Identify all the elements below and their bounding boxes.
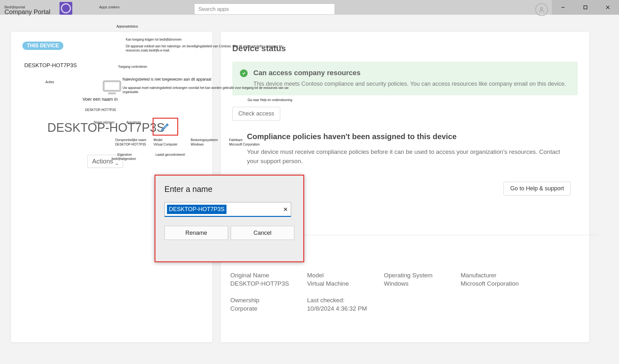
cancel-button[interactable]: Cancel	[231, 226, 294, 240]
info-model: Model Virtual Machine	[307, 272, 384, 287]
device-info-grid: Original Name DESKTOP-HOT7P3S Model Virt…	[230, 272, 537, 312]
nl-naleving-title: Nalevingsbeleid is niet toegewezen aan d…	[123, 77, 211, 82]
info-value: Virtual Machine	[307, 280, 384, 287]
info-label: Manufacturer	[461, 272, 537, 279]
nl-maker-val: Microsoft Corporation	[229, 142, 260, 146]
compliance-heading: Compliance policies haven't been assigne…	[247, 132, 578, 141]
app-name: Company Portal	[4, 8, 50, 16]
device-status-heading: Device status	[232, 44, 578, 53]
nl-eigendom-val: bedrijfseigendom	[112, 157, 136, 161]
nl-orig-name-val: DESKTOP-HOT7P3S	[115, 142, 146, 146]
dialog-input-wrap: DESKTOP-HOT7P3S ✕	[164, 202, 291, 217]
rename-button[interactable]: Rename	[164, 226, 228, 240]
info-label: Original Name	[230, 272, 307, 279]
actions-label: Actions	[92, 158, 113, 165]
info-label: Operating System	[384, 272, 461, 279]
apps-search-label: Apps zoeken	[99, 5, 120, 9]
info-value: DESKTOP-HOT7P3S	[230, 280, 307, 287]
device-name-small: DESKTOP-HOT7P3S	[24, 62, 77, 69]
can-access-body: This device meets Contoso compliance and…	[253, 80, 569, 88]
nl-maker-lbl: Fabrikant	[229, 138, 242, 142]
nl-os-val: Windows	[191, 142, 204, 146]
info-manufacturer: Manufacturer Microsoft Corporation	[461, 272, 537, 287]
info-value: Windows	[384, 280, 461, 287]
info-label: Last checked:	[307, 297, 384, 304]
nl-orig-name-lbl: Oorspronkelijke naam	[115, 138, 146, 142]
info-value: Microsoft Corporation	[461, 280, 537, 287]
can-access-title: Can access company resources	[253, 69, 569, 77]
info-original-name: Original Name DESKTOP-HOT7P3S	[230, 272, 307, 287]
nl-laatst: Laatst gecontroleerd:	[155, 153, 186, 157]
rename-dialog: Enter a name DESKTOP-HOT7P3S ✕ Rename Ca…	[155, 175, 304, 262]
info-label: Ownership	[230, 297, 307, 304]
minimize-button[interactable]	[552, 0, 574, 15]
svg-rect-2	[584, 6, 587, 9]
search-input[interactable]	[194, 4, 335, 15]
compliance-body: Your device must receive compliance poli…	[247, 147, 560, 166]
nl-os-lbl: Besturingssysteem	[191, 138, 218, 142]
app-logo-icon	[60, 2, 72, 15]
mini-device-name: DESKTOP-HOT7P3S	[85, 108, 116, 112]
dialog-title: Enter a name	[164, 185, 294, 194]
info-os: Operating System Windows	[384, 272, 461, 287]
goto-help-button[interactable]: Go to Help & support	[504, 182, 571, 195]
window-controls	[552, 0, 619, 15]
nl-toegang-controleren: Toegang controleren	[118, 65, 147, 69]
info-label: Model	[307, 272, 384, 279]
nl-naleving-body: Uw apparaat moet nalevingsbeleid ontvang…	[123, 86, 292, 94]
nl-kan-toegang: Kan toegang krijgen tot bedrijfsbronnen	[126, 37, 182, 42]
name-input[interactable]	[164, 202, 291, 217]
nl-apparaatstatus: Apparaatstatus	[116, 24, 138, 28]
info-value: 10/8/2024 4:36:32 PM	[307, 305, 384, 312]
nl-annuleren: Annuleren	[126, 120, 141, 124]
close-button[interactable]	[597, 0, 619, 15]
user-avatar-icon[interactable]	[535, 3, 548, 16]
voer-naam-label: Voer een naam in	[83, 97, 118, 102]
svg-point-0	[541, 7, 543, 10]
nl-model-lbl: Model	[154, 138, 162, 142]
this-device-badge: THIS DEVICE	[22, 42, 63, 50]
nl-eigendom-lbl: Eigendom	[117, 153, 132, 157]
maximize-button[interactable]	[574, 0, 597, 15]
check-access-button[interactable]: Check access	[232, 107, 280, 121]
nl-ga-help: Ga naar Help en ondersteuning	[248, 98, 292, 102]
checkmark-icon	[240, 69, 248, 77]
svg-rect-5	[104, 81, 120, 91]
info-ownership: Ownership Corporate	[230, 297, 307, 312]
titlebar: Bedrijfsportal Company Portal Apps zoeke…	[0, 0, 619, 15]
clear-input-icon[interactable]: ✕	[283, 206, 288, 213]
acties-tiny: Acties	[45, 80, 54, 84]
edit-name-button[interactable]	[153, 118, 178, 136]
info-value: Corporate	[230, 305, 307, 312]
nl-naam-wijzigen: Naam wijzigen	[94, 120, 115, 124]
nl-model-val: Virtual Computer	[154, 142, 178, 146]
monitor-icon	[102, 80, 122, 95]
info-last-checked: Last checked: 10/8/2024 4:36:32 PM	[307, 297, 384, 312]
nl-voldoet: Dit apparaat voldoet aan het nalevings- …	[126, 44, 282, 52]
